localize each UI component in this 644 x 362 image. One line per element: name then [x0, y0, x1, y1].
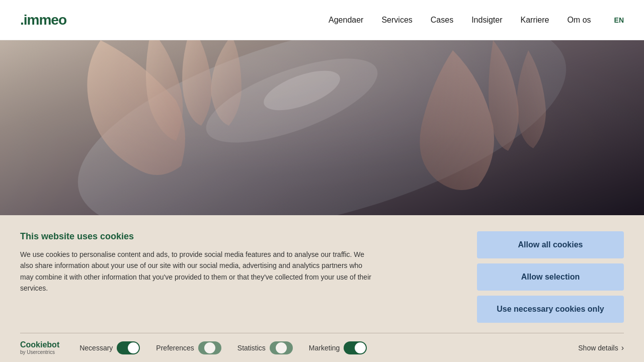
- cookie-text: This website uses cookies We use cookies…: [20, 231, 457, 294]
- site-logo[interactable]: .immeo: [20, 12, 66, 28]
- toggle-necessary-switch[interactable]: [117, 341, 140, 354]
- cookiebot-brand: Cookiebot: [20, 340, 59, 349]
- toggle-necessary: Necessary: [79, 341, 140, 354]
- cookie-main: This website uses cookies We use cookies…: [0, 215, 644, 333]
- toggle-statistics-track[interactable]: [270, 341, 293, 354]
- lang-switcher[interactable]: EN: [614, 16, 624, 24]
- toggle-statistics: Statistics: [237, 341, 293, 354]
- nav-indsigter[interactable]: Indsigter: [471, 16, 502, 25]
- chevron-right-icon: ›: [621, 343, 624, 352]
- cookie-banner: This website uses cookies We use cookies…: [0, 215, 644, 362]
- toggle-preferences-track[interactable]: [198, 341, 221, 354]
- show-details-button[interactable]: Show details ›: [578, 343, 624, 352]
- nav-services[interactable]: Services: [381, 16, 412, 25]
- toggle-necessary-track[interactable]: [117, 341, 140, 354]
- toggle-marketing: Marketing: [309, 341, 367, 354]
- toggle-statistics-switch[interactable]: [270, 341, 293, 354]
- nav-karriere[interactable]: Karriere: [521, 16, 549, 25]
- toggle-marketing-label: Marketing: [309, 344, 340, 352]
- cookiebot-sub: by Usercentrics: [20, 349, 55, 355]
- cookiebot-logo: Cookiebot by Usercentrics: [20, 340, 59, 355]
- allow-selection-button[interactable]: Allow selection: [477, 263, 624, 291]
- site-header: .immeo Agendaer Services Cases Indsigter…: [0, 0, 644, 40]
- main-nav: Agendaer Services Cases Indsigter Karrie…: [329, 16, 624, 25]
- nav-agendaer[interactable]: Agendaer: [329, 16, 363, 25]
- toggle-marketing-thumb: [355, 342, 366, 353]
- toggle-necessary-label: Necessary: [79, 344, 113, 352]
- toggle-marketing-track[interactable]: [344, 341, 367, 354]
- nav-om-os[interactable]: Om os: [567, 16, 591, 25]
- toggle-preferences-label: Preferences: [156, 344, 194, 352]
- allow-all-cookies-button[interactable]: Allow all cookies: [477, 231, 624, 258]
- toggle-preferences: Preferences: [156, 341, 221, 354]
- cookie-buttons: Allow all cookies Allow selection Use ne…: [477, 231, 624, 323]
- show-details-label: Show details: [578, 344, 618, 352]
- toggle-preferences-switch[interactable]: [198, 341, 221, 354]
- toggle-statistics-thumb: [276, 342, 287, 353]
- necessary-cookies-button[interactable]: Use necessary cookies only: [477, 296, 624, 323]
- toggle-marketing-switch[interactable]: [344, 341, 367, 354]
- cookie-description: We use cookies to personalise content an…: [20, 249, 372, 294]
- cookie-footer: Cookiebot by Usercentrics Necessary Pref…: [0, 333, 644, 362]
- toggle-statistics-label: Statistics: [237, 344, 266, 352]
- toggle-preferences-thumb: [204, 342, 215, 353]
- nav-cases[interactable]: Cases: [431, 16, 453, 25]
- cookie-title: This website uses cookies: [20, 231, 457, 242]
- toggle-necessary-thumb: [128, 342, 139, 353]
